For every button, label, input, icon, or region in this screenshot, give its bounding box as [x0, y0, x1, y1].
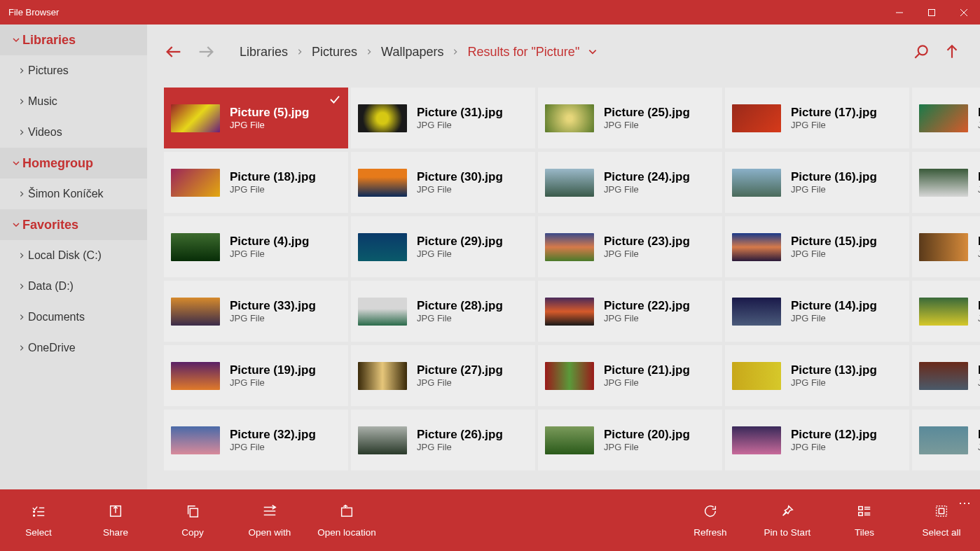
file-tile[interactable]: Picture (18).jpgJPG File	[164, 152, 348, 213]
breadcrumb-current[interactable]: Results for "Picture"	[464, 45, 582, 60]
file-tile[interactable]: Picture (31).jpgJPG File	[351, 88, 535, 148]
sidebar-item[interactable]: Videos	[0, 117, 147, 148]
tiles-button[interactable]: Tiles	[826, 503, 903, 538]
file-tile[interactable]: PJPG File	[912, 281, 980, 342]
maximize-button[interactable]	[916, 0, 948, 25]
close-button[interactable]	[948, 0, 980, 25]
refresh-button[interactable]: Refresh	[672, 503, 749, 538]
file-thumbnail	[919, 426, 968, 454]
svg-rect-16	[190, 508, 198, 517]
copy-button[interactable]: Copy	[154, 503, 231, 538]
file-type: JPG File	[230, 120, 341, 130]
sidebar-section-homegroup[interactable]: Homegroup	[0, 148, 147, 179]
file-type: JPG File	[230, 442, 341, 452]
file-tile[interactable]: Picture (29).jpgJPG File	[351, 216, 535, 277]
file-name: Picture (22).jpg	[604, 299, 715, 313]
file-tile[interactable]: Picture (15).jpgJPG File	[725, 216, 909, 277]
sidebar-item[interactable]: Pictures	[0, 55, 147, 86]
breadcrumb-item[interactable]: Libraries	[237, 45, 291, 60]
sidebar-item[interactable]: Šimon Koníček	[0, 179, 147, 209]
sidebar-section-favorites[interactable]: Favorites	[0, 209, 147, 240]
sidebar-item[interactable]: Music	[0, 86, 147, 117]
file-tile[interactable]: Picture (4).jpgJPG File	[164, 216, 348, 277]
section-label: Homegroup	[22, 156, 93, 171]
file-tile[interactable]: Picture (27).jpgJPG File	[351, 345, 535, 406]
share-button[interactable]: Share	[77, 503, 154, 538]
sidebar-item-label: Data (D:)	[28, 280, 74, 293]
file-tile[interactable]: Picture (28).jpgJPG File	[351, 281, 535, 342]
file-name: Picture (17).jpg	[791, 106, 902, 120]
file-name: Picture (27).jpg	[417, 363, 528, 377]
file-name: Picture (21).jpg	[604, 363, 715, 377]
select-button[interactable]: Select	[0, 503, 77, 538]
file-thumbnail	[919, 104, 968, 132]
chevron-right-icon	[15, 97, 28, 106]
file-tile[interactable]: PJPG File	[912, 410, 980, 470]
file-thumbnail	[171, 104, 220, 132]
sidebar-item[interactable]: Documents	[0, 302, 147, 333]
file-tile[interactable]: Picture (33).jpgJPG File	[164, 281, 348, 342]
sidebar-item-label: Documents	[28, 311, 85, 323]
file-tile[interactable]: Picture (26).jpgJPG File	[351, 410, 535, 470]
file-name: Picture (24).jpg	[604, 170, 715, 184]
minimize-button[interactable]	[883, 0, 916, 25]
file-tile[interactable]: Picture (24).jpgJPG File	[538, 152, 722, 213]
file-name: Picture (23).jpg	[604, 235, 715, 249]
pin-to-start-button[interactable]: Pin to Start	[749, 503, 826, 538]
tiles-button-icon	[857, 503, 872, 522]
file-name: Picture (16).jpg	[791, 170, 902, 184]
search-button[interactable]	[906, 36, 937, 67]
chevron-right-icon	[15, 313, 28, 321]
file-tile[interactable]: Picture (32).jpgJPG File	[164, 410, 348, 470]
file-type: JPG File	[230, 249, 341, 259]
chevron-down-icon[interactable]	[582, 47, 603, 57]
breadcrumb-item[interactable]: Pictures	[309, 45, 360, 60]
sidebar-item[interactable]: Data (D:)	[0, 271, 147, 302]
more-button[interactable]: ⋯	[958, 495, 972, 510]
file-name: Picture (28).jpg	[417, 299, 528, 313]
file-name: Picture (15).jpg	[791, 235, 902, 249]
file-tile[interactable]: Picture (19).jpgJPG File	[164, 345, 348, 406]
action-label: Refresh	[693, 527, 726, 538]
up-button[interactable]	[937, 36, 967, 67]
back-button[interactable]	[160, 38, 188, 66]
file-tile[interactable]: Picture (13).jpgJPG File	[725, 345, 909, 406]
file-type: JPG File	[791, 249, 902, 259]
file-tile[interactable]: Picture (20).jpgJPG File	[538, 410, 722, 470]
file-tile[interactable]: PJPG File	[912, 345, 980, 406]
file-tile[interactable]: Picture (25).jpgJPG File	[538, 88, 722, 148]
file-thumbnail	[358, 169, 407, 197]
sidebar-item[interactable]: Local Disk (C:)	[0, 240, 147, 271]
file-tile[interactable]: PJPG File	[912, 88, 980, 148]
file-type: JPG File	[604, 442, 715, 452]
open-location-button[interactable]: Open location	[308, 503, 385, 538]
file-thumbnail	[171, 298, 220, 326]
open-with-button[interactable]: Open with	[231, 503, 308, 538]
check-icon	[329, 93, 341, 109]
sidebar-item-label: Šimon Koníček	[28, 188, 104, 200]
file-type: JPG File	[791, 120, 902, 130]
file-tile[interactable]: Picture (23).jpgJPG File	[538, 216, 722, 277]
file-tile[interactable]: Picture (21).jpgJPG File	[538, 345, 722, 406]
file-tile[interactable]: Picture (14).jpgJPG File	[725, 281, 909, 342]
file-tile[interactable]: PJPG File	[912, 152, 980, 213]
action-label: Pin to Start	[764, 527, 811, 538]
file-tile[interactable]: Picture (5).jpgJPG File	[164, 88, 348, 148]
file-name: Picture (30).jpg	[417, 170, 528, 184]
action-label: Open location	[317, 527, 375, 538]
file-tile[interactable]: PJPG File	[912, 216, 980, 277]
chevron-right-icon	[15, 67, 28, 75]
file-thumbnail	[919, 362, 968, 390]
command-bar: SelectShareCopyOpen withOpen location Re…	[0, 489, 980, 551]
file-tile[interactable]: Picture (22).jpgJPG File	[538, 281, 722, 342]
file-thumbnail	[919, 298, 968, 326]
forward-button[interactable]	[192, 38, 220, 66]
file-tile[interactable]: Picture (30).jpgJPG File	[351, 152, 535, 213]
file-tile[interactable]: Picture (12).jpgJPG File	[725, 410, 909, 470]
sidebar-section-libraries[interactable]: Libraries	[0, 25, 147, 55]
file-tile[interactable]: Picture (17).jpgJPG File	[725, 88, 909, 148]
file-tile[interactable]: Picture (16).jpgJPG File	[725, 152, 909, 213]
sidebar-item[interactable]: OneDrive	[0, 333, 147, 363]
file-name: Picture (33).jpg	[230, 299, 341, 313]
breadcrumb-item[interactable]: Wallpapers	[378, 45, 446, 60]
